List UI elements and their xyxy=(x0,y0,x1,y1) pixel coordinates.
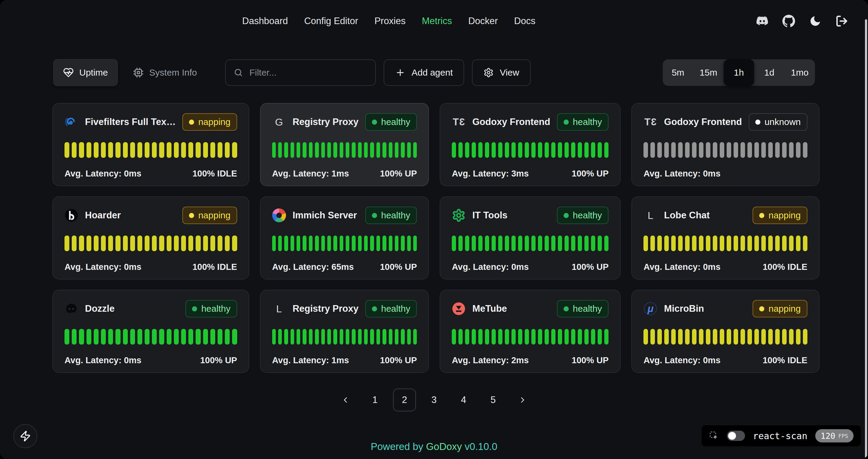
time-range-1mo[interactable]: 1mo xyxy=(784,59,815,86)
version-text: v0.10.0 xyxy=(465,441,497,452)
uptime-bar xyxy=(706,235,710,251)
nav-item-docker[interactable]: Docker xyxy=(468,16,498,27)
uptime-bar xyxy=(188,329,193,345)
uptime-bar xyxy=(272,329,276,345)
uptime-bar xyxy=(531,329,535,345)
uptime-bar xyxy=(94,329,98,345)
uptime-bar xyxy=(297,142,300,158)
page-button-5[interactable]: 5 xyxy=(482,389,504,412)
immich-icon xyxy=(272,208,286,222)
uptime-bar xyxy=(472,235,476,251)
letter-g-icon: G xyxy=(272,115,286,129)
uptime-bar xyxy=(315,142,318,158)
card-header: LRegistry Proxyhealthy xyxy=(272,300,417,318)
add-agent-button[interactable]: Add agent xyxy=(384,59,464,86)
uptime-bar xyxy=(364,142,368,158)
uptime-percent: 100% IDLE xyxy=(763,355,807,365)
gear-icon xyxy=(484,67,494,78)
service-card-hoarder[interactable]: HoardernappingAvg. Latency: 0ms100% IDLE xyxy=(53,196,249,280)
service-card-registry-proxy[interactable]: GRegistry ProxyhealthyAvg. Latency: 1ms1… xyxy=(260,103,429,186)
uptime-bar xyxy=(303,329,306,345)
uptime-bar xyxy=(551,329,555,345)
next-page-button[interactable] xyxy=(511,389,534,412)
time-range-15m[interactable]: 15m xyxy=(693,59,724,86)
github-icon[interactable] xyxy=(782,15,795,27)
godoxy-link[interactable]: GoDoxy xyxy=(426,441,462,452)
logout-icon[interactable] xyxy=(835,15,848,27)
time-range-1d[interactable]: 1d xyxy=(754,59,784,86)
uptime-bar xyxy=(754,235,759,251)
page-button-4[interactable]: 4 xyxy=(452,389,475,412)
time-range-1h[interactable]: 1h xyxy=(724,59,754,86)
service-card-fivefilters-full-tex[interactable]: Fivefilters Full Tex…nappingAvg. Latency… xyxy=(53,103,249,186)
view-label: View xyxy=(500,67,519,78)
prev-page-button[interactable] xyxy=(334,389,357,412)
nav-item-docs[interactable]: Docs xyxy=(514,16,535,27)
uptime-bar xyxy=(734,142,738,158)
service-card-microbin[interactable]: μMicroBinnappingAvg. Latency: 0ms100% ID… xyxy=(631,290,819,373)
tab-system-info[interactable]: System Info xyxy=(123,59,207,86)
page-button-1[interactable]: 1 xyxy=(364,389,386,412)
uptime-bar xyxy=(370,142,374,158)
uptime-bar xyxy=(284,329,288,345)
uptime-bar xyxy=(152,235,157,251)
card-footer: Avg. Latency: 65ms100% UP xyxy=(272,262,417,272)
uptime-bars xyxy=(64,142,237,158)
uptime-bar xyxy=(720,329,724,345)
uptime-bar xyxy=(167,329,172,345)
uptime-bar xyxy=(315,329,318,345)
service-card-it-tools[interactable]: IT ToolshealthyAvg. Latency: 0ms100% UP xyxy=(440,196,621,280)
uptime-percent: 100% UP xyxy=(572,262,609,272)
page-button-3[interactable]: 3 xyxy=(423,389,445,412)
page-button-2[interactable]: 2 xyxy=(393,389,416,412)
uptime-bar xyxy=(775,235,780,251)
time-range-5m[interactable]: 5m xyxy=(663,59,693,86)
tab-uptime[interactable]: Uptime xyxy=(53,59,118,86)
service-title: Dozzle xyxy=(85,303,115,314)
uptime-bar xyxy=(478,235,483,251)
uptime-bar xyxy=(218,235,222,251)
uptime-bar xyxy=(578,235,582,251)
uptime-bar xyxy=(376,329,380,345)
status-label: healthy xyxy=(381,210,410,221)
t3-icon: T3 xyxy=(644,115,657,129)
react-scan-toggle[interactable] xyxy=(727,431,745,441)
moon-icon[interactable] xyxy=(809,15,822,27)
service-card-immich-server[interactable]: Immich ServerhealthyAvg. Latency: 65ms10… xyxy=(260,196,429,280)
nav-item-dashboard[interactable]: Dashboard xyxy=(242,16,288,27)
uptime-bar xyxy=(720,235,724,251)
service-card-metube[interactable]: MeTubehealthyAvg. Latency: 2ms100% UP xyxy=(440,290,621,373)
uptime-bar xyxy=(87,329,91,345)
service-card-godoxy-frontend[interactable]: T3Godoxy FrontendhealthyAvg. Latency: 3m… xyxy=(440,103,621,186)
uptime-bar xyxy=(492,142,496,158)
uptime-bar xyxy=(333,329,337,345)
uptime-bar xyxy=(159,329,164,345)
service-card-dozzle[interactable]: DozzlehealthyAvg. Latency: 0ms100% UP xyxy=(53,290,249,373)
card-footer: Avg. Latency: 1ms100% UP xyxy=(272,355,417,365)
uptime-bar xyxy=(181,329,186,345)
scrollbar[interactable] xyxy=(865,19,867,458)
nav-item-metrics[interactable]: Metrics xyxy=(422,16,452,27)
status-badge: napping xyxy=(182,207,237,224)
nav-item-proxies[interactable]: Proxies xyxy=(374,16,405,27)
uptime-bar xyxy=(101,235,106,251)
nav-item-config-editor[interactable]: Config Editor xyxy=(304,16,358,27)
service-card-registry-proxy[interactable]: LRegistry ProxyhealthyAvg. Latency: 1ms1… xyxy=(260,290,429,373)
service-card-lobe-chat[interactable]: LLobe ChatnappingAvg. Latency: 0ms100% I… xyxy=(631,196,819,280)
filter-input[interactable] xyxy=(249,67,367,78)
discord-icon[interactable] xyxy=(756,15,769,27)
uptime-bar xyxy=(376,142,380,158)
tab-label: System Info xyxy=(149,67,197,78)
uptime-bar xyxy=(518,142,522,158)
it-tools-icon xyxy=(452,208,466,222)
service-title: MicroBin xyxy=(664,303,704,314)
uptime-bar xyxy=(108,235,113,251)
uptime-bar xyxy=(64,142,69,158)
service-title: Fivefilters Full Tex… xyxy=(85,117,176,127)
view-button[interactable]: View xyxy=(472,59,530,86)
uptime-bar xyxy=(452,329,456,345)
uptime-bar xyxy=(87,235,91,251)
service-card-godoxy-frontend[interactable]: T3Godoxy FrontendunknownAvg. Latency: 0m… xyxy=(631,103,819,186)
uptime-bar xyxy=(699,142,704,158)
status-dot xyxy=(755,120,761,125)
